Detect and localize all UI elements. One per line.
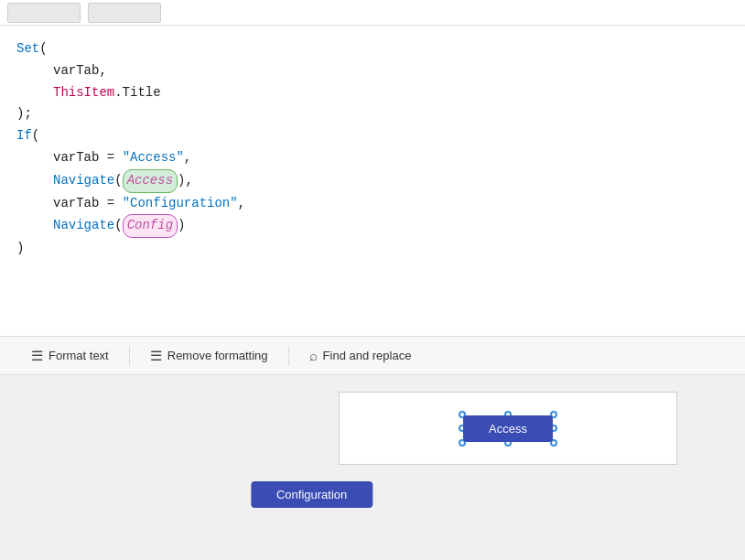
code-line-4: ); [16,103,729,125]
access-button[interactable]: Access [463,415,553,442]
code-line-9: Navigate ( Config ) [16,214,729,238]
toolbar-divider-2 [288,346,289,366]
remove-formatting-button[interactable]: ☰ Remove formatting [134,342,285,370]
toolbar: ☰ Format text ☰ Remove formatting ⌕ Find… [0,337,745,375]
access-button-wrapper: Access [463,415,553,442]
code-line-7: Navigate ( Access ), [16,169,729,193]
config-highlight: Config [123,214,178,238]
canvas-white-box: Access [339,392,677,465]
toolbar-divider-1 [129,346,130,366]
top-bar-button-2[interactable] [88,3,161,23]
canvas-area: Access Configuration [0,375,745,560]
top-bar-button-1[interactable] [7,3,81,23]
configuration-button[interactable]: Configuration [251,481,372,508]
code-editor[interactable]: Set( varTab, ThisItem.Title ); If( varTa… [0,26,745,337]
find-replace-label: Find and replace [323,349,412,362]
access-highlight: Access [123,169,178,193]
find-replace-icon: ⌕ [309,348,318,363]
keyword-set: Set [16,38,39,60]
code-line-1: Set( [16,38,729,60]
format-text-button[interactable]: ☰ Format text [15,342,125,370]
remove-formatting-label: Remove formatting [167,349,268,362]
keyword-if: If [16,125,32,147]
code-line-6: varTab = "Access" , [16,147,729,169]
code-line-3: ThisItem.Title [16,82,729,104]
code-line-5: If( [16,125,729,147]
find-replace-button[interactable]: ⌕ Find and replace [293,342,428,369]
top-bar [0,0,745,26]
remove-formatting-icon: ☰ [150,348,162,364]
code-line-8: varTab = "Configuration" , [16,193,729,215]
code-line-2: varTab, [16,60,729,82]
format-text-icon: ☰ [31,348,43,364]
code-line-10: ) [16,238,729,260]
format-text-label: Format text [49,349,109,362]
